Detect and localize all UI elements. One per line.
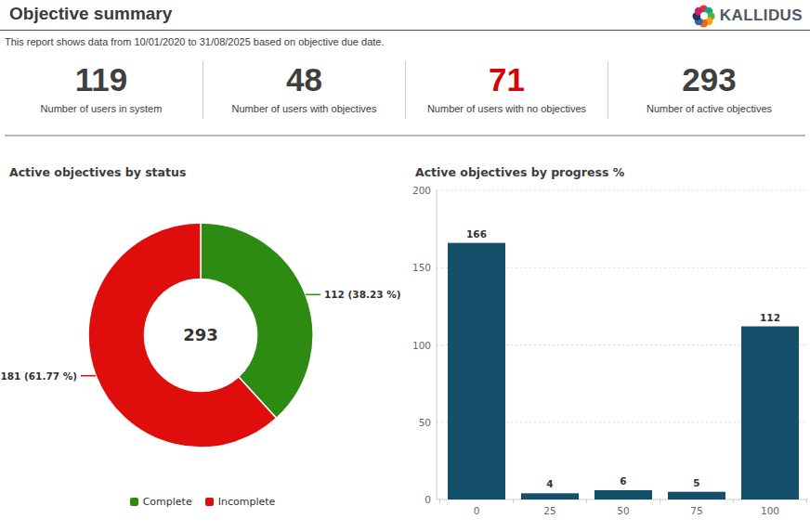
donut-chart-title: Active objectives by status [9, 165, 186, 179]
stat-value: 48 [203, 61, 405, 98]
kallidus-flower-icon [693, 5, 715, 27]
legend-item-incomplete[interactable]: Incomplete [205, 496, 276, 508]
stat-users-with-objectives: 48 Number of users with objectives [202, 61, 405, 119]
stat-label: Number of active objectives [608, 103, 810, 114]
kallidus-brand: KALLIDUS [693, 5, 803, 27]
status-donut-chart: 112 (38.23 %)181 (61.77 %)293 [0, 181, 405, 492]
donut-legend: Complete Incomplete [0, 496, 405, 508]
report-date-range-text: This report shows data from 10/01/2020 t… [5, 36, 385, 47]
stat-value: 293 [608, 61, 810, 98]
x-axis-category-label: 100 [761, 505, 779, 516]
legend-label: Complete [143, 496, 192, 508]
legend-swatch-complete-icon [130, 498, 138, 506]
y-axis-tick-label: 50 [419, 417, 431, 428]
bar-value-label: 4 [546, 478, 553, 489]
pie-slice-label: 112 (38.23 %) [324, 289, 401, 300]
stat-label: Number of users in system [0, 103, 202, 114]
x-axis-category-label: 25 [543, 505, 555, 516]
y-axis-tick-label: 200 [412, 185, 431, 196]
y-axis-tick-label: 100 [412, 340, 431, 351]
bar-100[interactable] [741, 327, 799, 500]
page-title: Objective summary [9, 4, 172, 24]
progress-bar-chart: 0501001502001660425650575112100 [405, 181, 810, 532]
bar-0[interactable] [448, 243, 505, 500]
legend-swatch-incomplete-icon [205, 498, 214, 506]
y-axis-tick-label: 150 [412, 262, 431, 273]
stats-row: 119 Number of users in system 48 Number … [0, 59, 810, 121]
stat-label: Number of users with objectives [203, 103, 405, 114]
bar-value-label: 6 [620, 475, 626, 487]
pie-slice-label: 181 (61.77 %) [0, 370, 77, 382]
header-divider [0, 30, 810, 31]
bar-value-label: 5 [693, 477, 699, 488]
stat-active-objectives: 293 Number of active objectives [608, 61, 810, 119]
logo-center [700, 12, 708, 19]
stat-value: 71 [406, 61, 608, 98]
legend-label: Incomplete [218, 496, 276, 508]
bar-75[interactable] [668, 492, 725, 500]
bar-chart-title: Active objectives by progress % [415, 165, 624, 179]
brand-name: KALLIDUS [720, 6, 803, 25]
stat-users-in-system: 119 Number of users in system [0, 61, 202, 119]
stat-label: Number of users with no objectives [406, 103, 608, 114]
y-axis-tick-label: 0 [425, 494, 431, 505]
x-axis-category-label: 0 [474, 505, 480, 516]
stat-value: 119 [0, 61, 202, 98]
objective-summary-report: Objective summary KALLIDUS This report s… [0, 0, 810, 532]
stat-users-no-objectives: 71 Number of users with no objectives [405, 61, 608, 119]
report-header: Objective summary KALLIDUS [0, 0, 810, 31]
legend-item-complete[interactable]: Complete [130, 496, 192, 508]
donut-center-total: 293 [183, 325, 218, 344]
bar-value-label: 166 [466, 228, 487, 240]
stats-divider [5, 135, 805, 136]
bar-value-label: 112 [760, 312, 780, 323]
x-axis-category-label: 50 [617, 505, 629, 516]
bar-25[interactable] [521, 493, 579, 500]
x-axis-category-label: 75 [690, 505, 702, 516]
bar-50[interactable] [594, 490, 652, 500]
